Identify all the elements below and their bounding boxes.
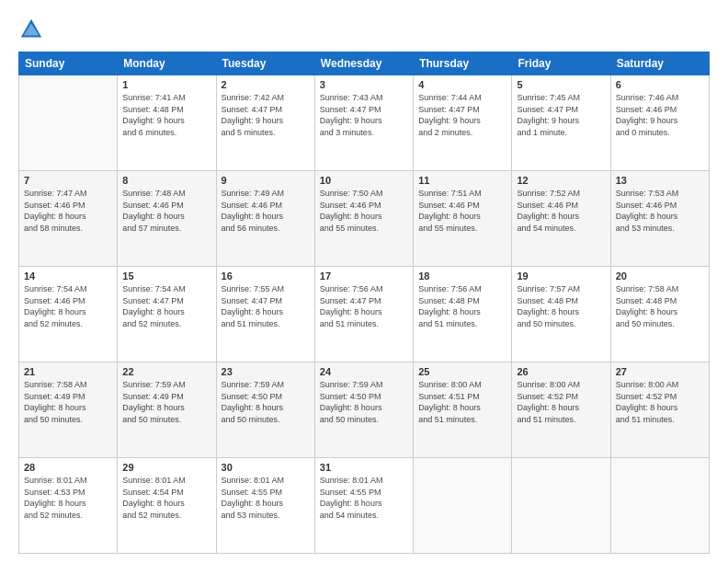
day-info: Sunrise: 8:01 AM Sunset: 4:55 PM Dayligh… [320, 475, 408, 521]
day-info: Sunrise: 7:45 AM Sunset: 4:47 PM Dayligh… [517, 92, 605, 138]
weekday-header-wednesday: Wednesday [314, 52, 413, 75]
day-info: Sunrise: 7:49 AM Sunset: 4:46 PM Dayligh… [222, 188, 310, 234]
calendar-cell: 17Sunrise: 7:56 AM Sunset: 4:47 PM Dayli… [314, 267, 413, 362]
calendar-cell: 26Sunrise: 8:00 AM Sunset: 4:52 PM Dayli… [512, 362, 610, 458]
calendar-cell: 12Sunrise: 7:52 AM Sunset: 4:46 PM Dayli… [512, 171, 610, 267]
day-info: Sunrise: 7:41 AM Sunset: 4:48 PM Dayligh… [122, 92, 210, 138]
day-info: Sunrise: 7:59 AM Sunset: 4:50 PM Dayligh… [320, 379, 408, 425]
day-info: Sunrise: 7:56 AM Sunset: 4:48 PM Dayligh… [418, 283, 506, 329]
calendar-week-5: 28Sunrise: 8:01 AM Sunset: 4:53 PM Dayli… [19, 458, 710, 554]
day-number: 8 [122, 175, 210, 186]
day-info: Sunrise: 7:58 AM Sunset: 4:48 PM Dayligh… [616, 283, 704, 329]
day-info: Sunrise: 8:00 AM Sunset: 4:52 PM Dayligh… [517, 379, 605, 425]
day-number: 19 [517, 270, 605, 282]
calendar-cell: 16Sunrise: 7:55 AM Sunset: 4:47 PM Dayli… [216, 267, 314, 362]
day-info: Sunrise: 7:56 AM Sunset: 4:47 PM Dayligh… [320, 283, 408, 329]
day-info: Sunrise: 7:47 AM Sunset: 4:46 PM Dayligh… [24, 188, 112, 234]
calendar-cell: 2Sunrise: 7:42 AM Sunset: 4:47 PM Daylig… [216, 75, 314, 171]
day-info: Sunrise: 8:00 AM Sunset: 4:51 PM Dayligh… [418, 379, 506, 425]
calendar-cell: 8Sunrise: 7:48 AM Sunset: 4:46 PM Daylig… [118, 171, 216, 267]
day-number: 2 [222, 79, 310, 90]
day-number: 9 [222, 175, 310, 186]
day-info: Sunrise: 7:53 AM Sunset: 4:46 PM Dayligh… [616, 188, 704, 234]
calendar-week-2: 7Sunrise: 7:47 AM Sunset: 4:46 PM Daylig… [19, 171, 710, 267]
calendar-week-4: 21Sunrise: 7:58 AM Sunset: 4:49 PM Dayli… [19, 362, 710, 458]
calendar-cell: 29Sunrise: 8:01 AM Sunset: 4:54 PM Dayli… [118, 458, 216, 554]
day-info: Sunrise: 7:59 AM Sunset: 4:49 PM Dayligh… [122, 379, 210, 425]
calendar-table: SundayMondayTuesdayWednesdayThursdayFrid… [18, 52, 710, 554]
calendar-cell: 19Sunrise: 7:57 AM Sunset: 4:48 PM Dayli… [512, 267, 610, 362]
day-number: 21 [24, 366, 112, 377]
calendar-cell: 13Sunrise: 7:53 AM Sunset: 4:46 PM Dayli… [610, 171, 709, 267]
page: SundayMondayTuesdayWednesdayThursdayFrid… [0, 0, 728, 563]
day-info: Sunrise: 7:55 AM Sunset: 4:47 PM Dayligh… [222, 283, 310, 329]
calendar-cell: 4Sunrise: 7:44 AM Sunset: 4:47 PM Daylig… [414, 75, 512, 171]
calendar-cell [610, 458, 709, 554]
calendar-cell: 28Sunrise: 8:01 AM Sunset: 4:53 PM Dayli… [19, 458, 118, 554]
calendar-cell: 5Sunrise: 7:45 AM Sunset: 4:47 PM Daylig… [512, 75, 610, 171]
day-number: 16 [222, 270, 310, 282]
calendar-cell: 10Sunrise: 7:50 AM Sunset: 4:46 PM Dayli… [314, 171, 413, 267]
weekday-header-friday: Friday [512, 52, 610, 75]
calendar-cell: 9Sunrise: 7:49 AM Sunset: 4:46 PM Daylig… [216, 171, 314, 267]
day-info: Sunrise: 8:01 AM Sunset: 4:55 PM Dayligh… [222, 475, 310, 521]
day-number: 7 [24, 175, 112, 186]
day-number: 18 [418, 270, 506, 282]
calendar-cell: 21Sunrise: 7:58 AM Sunset: 4:49 PM Dayli… [19, 362, 118, 458]
day-info: Sunrise: 7:43 AM Sunset: 4:47 PM Dayligh… [320, 92, 408, 138]
weekday-header-monday: Monday [118, 52, 216, 75]
day-info: Sunrise: 7:54 AM Sunset: 4:46 PM Dayligh… [24, 283, 112, 329]
day-number: 27 [616, 366, 704, 377]
calendar-cell: 15Sunrise: 7:54 AM Sunset: 4:47 PM Dayli… [118, 267, 216, 362]
day-number: 24 [320, 366, 408, 377]
day-number: 22 [122, 366, 210, 377]
calendar-cell: 14Sunrise: 7:54 AM Sunset: 4:46 PM Dayli… [19, 267, 118, 362]
calendar-week-1: 1Sunrise: 7:41 AM Sunset: 4:48 PM Daylig… [19, 75, 710, 171]
day-number: 25 [418, 366, 506, 377]
calendar-cell: 22Sunrise: 7:59 AM Sunset: 4:49 PM Dayli… [118, 362, 216, 458]
calendar-cell: 24Sunrise: 7:59 AM Sunset: 4:50 PM Dayli… [314, 362, 413, 458]
logo [18, 17, 48, 42]
weekday-header-saturday: Saturday [610, 52, 709, 75]
day-number: 17 [320, 270, 408, 282]
day-number: 28 [24, 462, 112, 473]
calendar-cell: 30Sunrise: 8:01 AM Sunset: 4:55 PM Dayli… [216, 458, 314, 554]
weekday-header-row: SundayMondayTuesdayWednesdayThursdayFrid… [19, 52, 710, 75]
day-info: Sunrise: 7:50 AM Sunset: 4:46 PM Dayligh… [320, 188, 408, 234]
calendar-cell: 7Sunrise: 7:47 AM Sunset: 4:46 PM Daylig… [19, 171, 118, 267]
day-info: Sunrise: 7:48 AM Sunset: 4:46 PM Dayligh… [122, 188, 210, 234]
calendar-cell [512, 458, 610, 554]
day-number: 30 [222, 462, 310, 473]
calendar-cell: 1Sunrise: 7:41 AM Sunset: 4:48 PM Daylig… [118, 75, 216, 171]
day-info: Sunrise: 7:54 AM Sunset: 4:47 PM Dayligh… [122, 283, 210, 329]
day-number: 29 [122, 462, 210, 473]
day-info: Sunrise: 7:46 AM Sunset: 4:46 PM Dayligh… [616, 92, 704, 138]
day-number: 11 [418, 175, 506, 186]
day-number: 14 [24, 270, 112, 282]
calendar-cell [414, 458, 512, 554]
day-number: 13 [616, 175, 704, 186]
day-info: Sunrise: 8:00 AM Sunset: 4:52 PM Dayligh… [616, 379, 704, 425]
day-info: Sunrise: 7:52 AM Sunset: 4:46 PM Dayligh… [517, 188, 605, 234]
header [18, 17, 710, 42]
calendar-cell: 11Sunrise: 7:51 AM Sunset: 4:46 PM Dayli… [414, 171, 512, 267]
calendar-cell [19, 75, 118, 171]
calendar-cell: 23Sunrise: 7:59 AM Sunset: 4:50 PM Dayli… [216, 362, 314, 458]
weekday-header-sunday: Sunday [19, 52, 118, 75]
day-number: 10 [320, 175, 408, 186]
day-info: Sunrise: 7:42 AM Sunset: 4:47 PM Dayligh… [222, 92, 310, 138]
calendar-cell: 3Sunrise: 7:43 AM Sunset: 4:47 PM Daylig… [314, 75, 413, 171]
day-number: 1 [122, 79, 210, 90]
day-info: Sunrise: 7:59 AM Sunset: 4:50 PM Dayligh… [222, 379, 310, 425]
day-number: 15 [122, 270, 210, 282]
logo-icon [18, 17, 44, 42]
calendar-week-3: 14Sunrise: 7:54 AM Sunset: 4:46 PM Dayli… [19, 267, 710, 362]
day-number: 4 [418, 79, 506, 90]
day-number: 23 [222, 366, 310, 377]
day-info: Sunrise: 7:57 AM Sunset: 4:48 PM Dayligh… [517, 283, 605, 329]
day-info: Sunrise: 8:01 AM Sunset: 4:54 PM Dayligh… [122, 475, 210, 521]
day-number: 5 [517, 79, 605, 90]
day-number: 26 [517, 366, 605, 377]
weekday-header-tuesday: Tuesday [216, 52, 314, 75]
calendar-cell: 27Sunrise: 8:00 AM Sunset: 4:52 PM Dayli… [610, 362, 709, 458]
